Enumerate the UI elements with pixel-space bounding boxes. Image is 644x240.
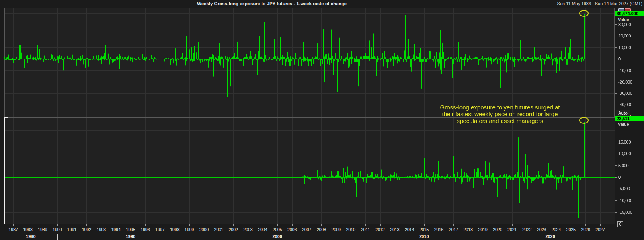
x-year-label: 2010 bbox=[343, 227, 359, 232]
chart-title: Weekly Gross-long exposure to JPY future… bbox=[152, 1, 391, 6]
x-year-label: 1995 bbox=[123, 227, 139, 232]
x-tick-mark bbox=[13, 224, 14, 226]
y-tick-mark bbox=[615, 47, 617, 48]
x-year-label: 1992 bbox=[78, 227, 94, 232]
x-tick-mark bbox=[263, 224, 263, 226]
decade-label: 1980 bbox=[19, 234, 43, 239]
x-year-label: 1996 bbox=[137, 227, 153, 232]
date-range-label: Sun 11 May 1986 - Sun 14 Mar 2027 (GMT) bbox=[557, 1, 642, 6]
x-tick-mark bbox=[571, 224, 571, 226]
x-year-label: 2022 bbox=[519, 227, 535, 232]
x-year-label: 2012 bbox=[372, 227, 388, 232]
decade-label: 1990 bbox=[119, 234, 142, 239]
y-tick-mark bbox=[615, 200, 617, 201]
x-tick-mark bbox=[86, 224, 87, 226]
x-tick-mark bbox=[365, 224, 366, 226]
x-tick-mark bbox=[145, 224, 146, 226]
x-tick-mark bbox=[175, 224, 175, 226]
chart-annotation-text[interactable]: Gross-long exposure to yen futures surge… bbox=[432, 104, 568, 124]
bottom-axis-title: Value bbox=[618, 122, 629, 127]
x-year-label: 2024 bbox=[548, 227, 564, 232]
x-year-label: 1994 bbox=[108, 227, 124, 232]
x-year-label: 2001 bbox=[211, 227, 226, 232]
y-tick-mark bbox=[615, 24, 617, 25]
y-tick-label: 10,000 bbox=[618, 151, 631, 156]
x-year-label: 2004 bbox=[255, 227, 271, 232]
x-tick-mark bbox=[483, 224, 483, 226]
x-tick-mark bbox=[189, 224, 190, 226]
x-tick-mark bbox=[28, 224, 28, 226]
y-tick-mark bbox=[615, 93, 617, 94]
bottom-panel-chart-canvas[interactable] bbox=[4, 117, 615, 224]
y-tick-label: -30,000 bbox=[618, 90, 632, 96]
y-tick-label: -20,000 bbox=[618, 79, 632, 85]
x-tick-mark bbox=[292, 224, 293, 226]
x-year-label: 2026 bbox=[578, 227, 593, 232]
y-tick-mark bbox=[615, 177, 617, 178]
y-tick-mark bbox=[615, 142, 617, 142]
x-tick-mark bbox=[439, 224, 439, 226]
x-year-label: 2003 bbox=[240, 227, 256, 232]
y-tick-label: -10,000 bbox=[618, 68, 632, 73]
x-tick-mark bbox=[600, 224, 601, 226]
x-year-label: 2007 bbox=[299, 227, 315, 232]
x-year-label: 2013 bbox=[387, 227, 403, 232]
y-tick-mark bbox=[615, 59, 617, 59]
y-tick-mark bbox=[615, 165, 617, 166]
decade-label: 2010 bbox=[412, 234, 436, 239]
y-tick-mark bbox=[615, 70, 617, 70]
x-tick-mark bbox=[512, 224, 513, 226]
x-year-label: 2002 bbox=[225, 227, 241, 232]
x-tick-mark bbox=[204, 224, 204, 226]
y-tick-mark bbox=[615, 154, 617, 154]
x-tick-mark bbox=[468, 224, 468, 226]
x-year-label: 2008 bbox=[313, 227, 329, 232]
x-tick-mark bbox=[424, 224, 425, 226]
x-year-label: 2018 bbox=[460, 227, 476, 232]
x-year-label: 2021 bbox=[504, 227, 520, 232]
x-year-label: 2000 bbox=[196, 227, 212, 232]
x-year-label: 1990 bbox=[49, 227, 65, 232]
y-tick-mark bbox=[615, 212, 617, 213]
y-tick-mark bbox=[615, 189, 617, 189]
x-year-label: 2011 bbox=[357, 227, 373, 232]
x-tick-mark bbox=[410, 224, 410, 226]
y-tick-label: 10,000 bbox=[618, 45, 631, 50]
bottom-last-value-tag[interactable]: 23,511 bbox=[615, 116, 644, 121]
x-year-label: 2014 bbox=[402, 227, 418, 232]
y-tick-label: 0 bbox=[618, 174, 621, 180]
x-year-label: 1987 bbox=[5, 227, 21, 232]
x-year-label: 2005 bbox=[269, 227, 285, 232]
x-tick-mark bbox=[336, 224, 336, 226]
y-tick-mark bbox=[615, 82, 617, 82]
y-tick-label: 30,000 bbox=[618, 22, 631, 27]
x-tick-mark bbox=[307, 224, 307, 226]
decade-label: 2000 bbox=[265, 234, 289, 239]
x-year-label: 2023 bbox=[534, 227, 550, 232]
y-tick-label: -15,000 bbox=[618, 209, 632, 215]
x-tick-mark bbox=[321, 224, 322, 226]
x-year-label: 1989 bbox=[35, 227, 51, 232]
top-panel-chart-canvas[interactable] bbox=[4, 8, 615, 117]
axis-connector-line bbox=[615, 224, 617, 224]
top-last-value-tag[interactable]: 39,474.000 bbox=[615, 11, 644, 16]
top-axis-title: Value bbox=[618, 17, 629, 22]
y-tick-label: -5,000 bbox=[618, 186, 630, 191]
highlight-circle-bottom[interactable] bbox=[579, 117, 589, 124]
x-year-label: 1998 bbox=[167, 227, 183, 232]
x-year-label: 1988 bbox=[20, 227, 36, 232]
highlight-circle-top[interactable] bbox=[579, 10, 589, 17]
x-tick-mark bbox=[585, 224, 586, 226]
x-tick-mark bbox=[116, 224, 116, 226]
y-tick-label: 15,000 bbox=[618, 139, 631, 145]
x-year-label: 2016 bbox=[431, 227, 447, 232]
auto-scale-button[interactable]: Auto bbox=[616, 110, 630, 116]
x-tick-mark bbox=[72, 224, 72, 226]
x-tick-mark bbox=[160, 224, 160, 226]
x-tick-mark bbox=[277, 224, 278, 226]
x-tick-mark bbox=[527, 224, 527, 226]
x-tick-mark bbox=[380, 224, 381, 226]
x-year-label: 2015 bbox=[416, 227, 432, 232]
y-tick-label: -40,000 bbox=[618, 102, 632, 107]
bloomberg-chart-window: Weekly Gross-long exposure to JPY future… bbox=[0, 0, 644, 240]
